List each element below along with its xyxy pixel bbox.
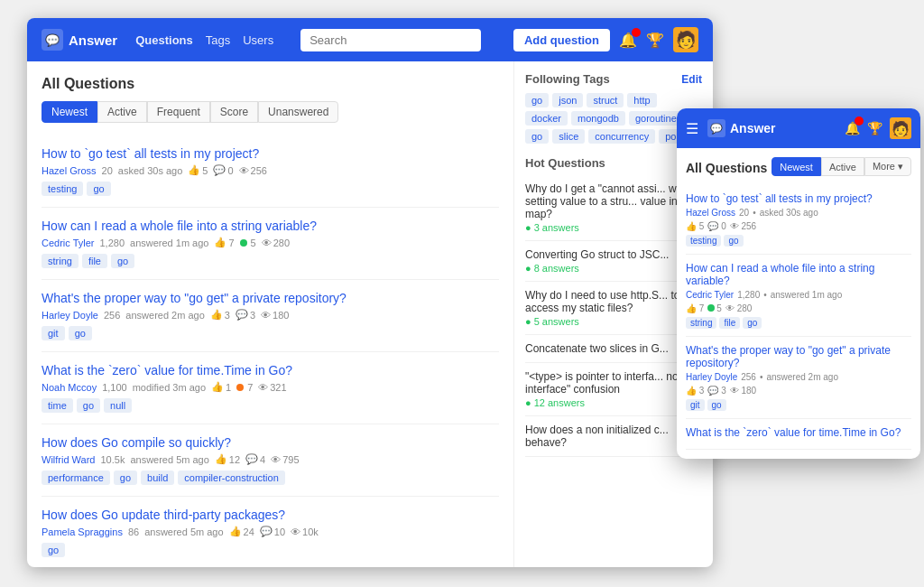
sidebar-tag[interactable]: concurrency	[588, 129, 655, 144]
notification-badge	[632, 28, 641, 37]
tab-frequent[interactable]: Frequent	[147, 101, 210, 123]
search-input[interactable]	[300, 29, 481, 51]
mobile-window: ☰ 💬 Answer 🔔 🏆 🧑 All Questions Newest Ac…	[677, 108, 920, 459]
content-area: All Questions Newest Active Frequent Sco…	[27, 61, 713, 567]
question-item: How does Go update third-party packages?…	[42, 497, 499, 567]
sidebar-tag[interactable]: go	[525, 93, 549, 107]
tag[interactable]: go	[114, 471, 137, 485]
mobile-stats: 👍 7 5 👁 280	[686, 303, 911, 313]
hot-question-item[interactable]: Concatenate two slices in G...	[525, 335, 702, 363]
tab-score[interactable]: Score	[210, 101, 258, 123]
mobile-question-title[interactable]: What's the proper way to "go get" a priv…	[686, 344, 911, 369]
mobile-question-title[interactable]: How to `go test` all tests in my project…	[686, 192, 911, 205]
tag[interactable]: go	[111, 254, 134, 268]
time: answered 5m ago	[144, 526, 223, 537]
question-title[interactable]: What is the `zero` value for time.Time i…	[42, 363, 499, 377]
mobile-tag[interactable]: file	[719, 317, 740, 329]
add-question-button[interactable]: Add question	[513, 29, 610, 51]
mobile-question-title[interactable]: How can I read a whole file into a strin…	[686, 262, 911, 287]
tag[interactable]: go	[42, 543, 65, 557]
mobile-tab-more[interactable]: More ▾	[864, 157, 911, 176]
mobile-answers: 5	[707, 303, 722, 313]
hot-question-item[interactable]: Converting Go struct to JSC... ● 8 answe…	[525, 241, 702, 282]
time: answered 1m ago	[130, 238, 208, 248]
views: 👁 321	[258, 382, 286, 393]
mobile-tag[interactable]: go	[707, 399, 726, 411]
mobile-tag[interactable]: testing	[686, 235, 721, 247]
tag[interactable]: string	[42, 254, 79, 268]
mobile-author[interactable]: Cedric Tyler	[686, 290, 734, 300]
sidebar-tag[interactable]: slice	[552, 129, 585, 144]
tag[interactable]: go	[69, 326, 92, 340]
trophy-icon[interactable]: 🏆	[646, 32, 664, 49]
author-score: 20	[102, 165, 113, 176]
mobile-notif-wrapper: 🔔	[845, 120, 860, 136]
mobile-tag[interactable]: go	[743, 317, 762, 329]
sidebar-tag[interactable]: http	[627, 93, 656, 107]
hot-question-item[interactable]: "<type> is pointer to interfa... not int…	[525, 363, 702, 416]
hot-question-item[interactable]: Why do I need to use http.S... to access…	[525, 282, 702, 335]
mobile-trophy-icon[interactable]: 🏆	[867, 121, 882, 135]
mobile-notification-badge	[855, 116, 864, 126]
hamburger-icon[interactable]: ☰	[686, 120, 698, 137]
mobile-tag[interactable]: go	[724, 235, 743, 247]
following-tags-container: go json struct http docker mongodb gorou…	[525, 93, 702, 144]
tab-active[interactable]: Active	[97, 101, 147, 123]
nav-questions[interactable]: Questions	[135, 33, 193, 47]
author-name[interactable]: Noah Mccoy	[42, 382, 97, 393]
avatar[interactable]: 🧑	[673, 27, 698, 52]
author-name[interactable]: Pamela Spraggins	[42, 526, 123, 537]
question-title[interactable]: What's the proper way to "go get" a priv…	[42, 291, 499, 305]
sidebar-tag[interactable]: go	[525, 129, 549, 144]
mobile-brand-icon: 💬	[707, 119, 725, 137]
mobile-tab-active[interactable]: Active	[821, 157, 864, 176]
tab-newest[interactable]: Newest	[42, 101, 97, 123]
mobile-tag[interactable]: git	[686, 399, 705, 411]
tag[interactable]: go	[77, 398, 100, 413]
mobile-question-item: What's the proper way to "go get" a priv…	[686, 337, 911, 419]
tag[interactable]: performance	[42, 471, 110, 485]
mobile-question-title[interactable]: What is the `zero` value for time.Time i…	[686, 426, 911, 439]
author-name[interactable]: Harley Doyle	[42, 310, 98, 321]
sidebar-tag[interactable]: goroutine	[629, 111, 683, 126]
mobile-avatar[interactable]: 🧑	[890, 117, 911, 139]
views: 👁 795	[271, 454, 299, 465]
mobile-author[interactable]: Hazel Gross	[686, 208, 735, 218]
votes: 👍 5	[188, 164, 208, 176]
tag[interactable]: build	[141, 471, 174, 485]
hot-question-text: How does a non initialized c... behave?	[525, 424, 669, 449]
tag[interactable]: git	[42, 326, 65, 340]
hot-question-item[interactable]: Why do I get a "cannot assi... when sett…	[525, 175, 702, 241]
question-title[interactable]: How to `go test` all tests in my project…	[42, 146, 499, 161]
tag[interactable]: file	[82, 254, 107, 268]
sidebar-tag[interactable]: json	[552, 93, 583, 107]
tag[interactable]: null	[104, 398, 132, 413]
tag[interactable]: time	[42, 398, 73, 413]
hot-question-item[interactable]: How does a non initialized c... behave?	[525, 416, 702, 457]
mobile-tag[interactable]: string	[686, 317, 716, 329]
question-meta: Noah Mccoy 1,100 modified 3m ago 👍 1 7 👁…	[42, 381, 499, 393]
tag-list: testing go	[42, 182, 499, 196]
tag[interactable]: testing	[42, 182, 83, 196]
mobile-question-item: How can I read a whole file into a strin…	[686, 255, 911, 337]
mobile-score: 1,280	[737, 290, 760, 300]
edit-tags-link[interactable]: Edit	[681, 73, 702, 86]
mobile-tab-newest[interactable]: Newest	[772, 157, 821, 176]
tab-unanswered[interactable]: Unanswered	[258, 101, 338, 123]
question-title[interactable]: How does Go compile so quickly?	[42, 435, 499, 450]
author-name[interactable]: Hazel Gross	[42, 165, 97, 176]
author-name[interactable]: Cedric Tyler	[42, 238, 94, 248]
tag[interactable]: compiler-construction	[178, 471, 285, 485]
mobile-tag-list: testing go	[686, 235, 911, 247]
answers: 💬 0	[213, 164, 233, 176]
sidebar-tag[interactable]: struct	[587, 93, 624, 107]
sidebar-tag[interactable]: docker	[525, 111, 568, 126]
mobile-author[interactable]: Harley Doyle	[686, 372, 737, 382]
question-title[interactable]: How can I read a whole file into a strin…	[42, 219, 499, 233]
tag[interactable]: go	[87, 182, 110, 196]
sidebar-tag[interactable]: mongodb	[571, 111, 625, 126]
nav-users[interactable]: Users	[243, 33, 273, 47]
question-title[interactable]: How does Go update third-party packages?	[42, 508, 499, 522]
nav-tags[interactable]: Tags	[206, 33, 230, 47]
author-name[interactable]: Wilfrid Ward	[42, 454, 95, 465]
